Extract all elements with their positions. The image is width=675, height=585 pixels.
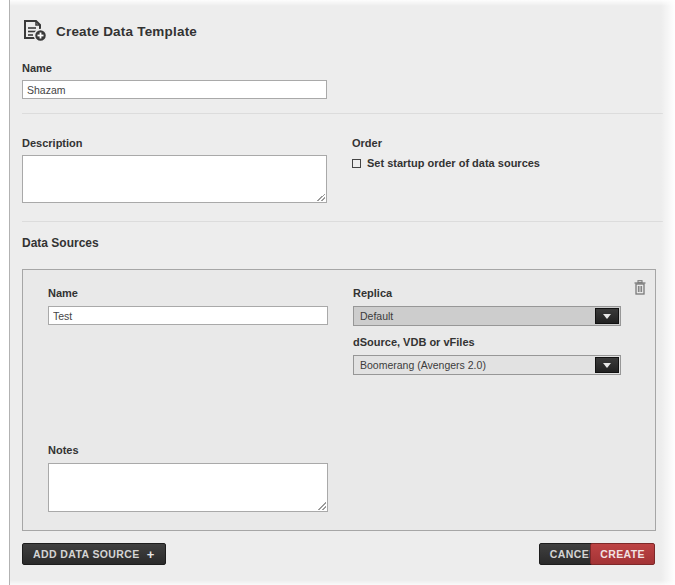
edge-fade xyxy=(10,580,675,585)
edge-fade xyxy=(10,0,675,6)
edge-fade xyxy=(661,0,675,585)
dsource-label: dSource, VDB or vFiles xyxy=(353,336,475,348)
notes-label: Notes xyxy=(48,444,79,456)
description-label: Description xyxy=(22,137,83,149)
source-name-input[interactable] xyxy=(48,306,328,325)
dialog-header: Create Data Template xyxy=(22,19,197,43)
notes-textarea[interactable] xyxy=(48,463,328,512)
create-data-template-dialog: Create Data Template Name Description Or… xyxy=(9,0,675,585)
create-button[interactable]: CREATE xyxy=(590,543,655,565)
startup-order-checkbox-row[interactable]: Set startup order of data sources xyxy=(352,157,540,169)
replica-dropdown-button[interactable] xyxy=(595,308,619,324)
page-title: Create Data Template xyxy=(56,24,197,39)
divider xyxy=(22,113,663,114)
description-textarea[interactable] xyxy=(22,155,327,203)
dsource-select[interactable]: Boomerang (Avengers 2.0) xyxy=(353,355,621,375)
data-template-add-icon xyxy=(22,19,48,43)
source-name-label: Name xyxy=(48,287,78,299)
add-data-source-button[interactable]: ADD DATA SOURCE + xyxy=(22,543,166,565)
data-source-card: Name Replica Default dSource, VDB or vFi… xyxy=(22,269,656,531)
replica-selected-value: Default xyxy=(354,310,595,322)
startup-order-checkbox[interactable] xyxy=(352,159,361,168)
dsource-selected-value: Boomerang (Avengers 2.0) xyxy=(354,359,595,371)
template-name-input[interactable] xyxy=(22,80,327,99)
cancel-label: CANCEL xyxy=(550,548,596,560)
add-data-source-label: ADD DATA SOURCE xyxy=(33,548,140,560)
chevron-down-icon xyxy=(603,363,611,368)
divider xyxy=(22,221,663,222)
replica-select[interactable]: Default xyxy=(353,306,621,326)
order-label: Order xyxy=(352,137,382,149)
notes-textarea-wrap xyxy=(48,463,328,512)
trash-icon xyxy=(634,280,646,295)
chevron-down-icon xyxy=(603,314,611,319)
dsource-dropdown-button[interactable] xyxy=(595,357,619,373)
template-name-label: Name xyxy=(22,62,52,74)
data-sources-heading: Data Sources xyxy=(22,236,99,250)
delete-data-source-button[interactable] xyxy=(634,280,646,295)
startup-order-checkbox-label: Set startup order of data sources xyxy=(367,157,540,169)
replica-label: Replica xyxy=(353,287,392,299)
description-textarea-wrap xyxy=(22,155,327,203)
plus-icon: + xyxy=(147,548,155,561)
create-label: CREATE xyxy=(600,548,645,560)
